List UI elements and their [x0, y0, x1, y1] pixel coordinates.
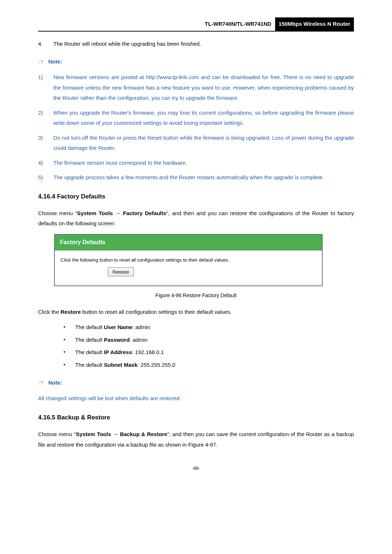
step-item: 4. The Router will reboot while the upgr…	[38, 39, 354, 49]
bullet-icon: •	[64, 335, 75, 345]
list-item: • The default IP Address: 192.168.0.1	[64, 347, 354, 358]
bullet-icon: •	[64, 360, 75, 370]
text: The default	[75, 362, 104, 368]
menu-path-part: System Tools	[76, 431, 111, 437]
note-text: All changed settings will be lost when d…	[38, 393, 354, 404]
text: button to reset all configuration settin…	[81, 309, 232, 315]
text: The default	[75, 349, 104, 355]
bullet-icon: •	[64, 322, 75, 333]
figure-description: Click the following button to reset all …	[61, 257, 316, 264]
menu-path-part: System Tools	[77, 210, 113, 216]
keyword: Restore	[61, 309, 81, 315]
note-marker: 3)	[38, 133, 53, 153]
keyword: Subnet Mask	[104, 362, 138, 368]
header-model: TL-WR740N/TL-WR741ND	[184, 17, 275, 31]
step-marker: 4.	[38, 39, 53, 49]
arrow-icon: →	[113, 210, 123, 216]
note-label: Note:	[48, 378, 62, 388]
keyword: IP Address	[104, 349, 132, 355]
list-text: The default Password: admin	[75, 335, 147, 345]
section-heading-backup-restore: 4.16.5 Backup & Restore	[38, 412, 354, 423]
note-item: 3) Do not turn off the Router or press t…	[38, 133, 354, 153]
restore-button[interactable]: Restore	[108, 267, 134, 277]
list-text: The default IP Address: 192.168.0.1	[75, 347, 164, 358]
note-text: Do not turn off the Router or press the …	[53, 133, 354, 153]
text: Click the	[38, 309, 61, 315]
note-item: 4) The firmware version must correspond …	[38, 158, 354, 168]
list-item: • The default Password: admin	[64, 335, 354, 345]
menu-path-part: Backup & Restore	[120, 431, 167, 437]
arrow-icon: →	[111, 431, 120, 437]
note-text: The upgrade process takes a few moments …	[53, 172, 354, 183]
text: Choose menu "	[38, 431, 76, 437]
section-lead-paragraph: Choose menu "System Tools → Factory Defa…	[38, 208, 354, 229]
text: The default	[75, 324, 104, 330]
note-item: 2) When you upgrade the Router's firmwar…	[38, 108, 354, 128]
note-item: 5) The upgrade process takes a few momen…	[38, 172, 354, 183]
text: : 192.168.0.1	[132, 349, 164, 355]
menu-path-part: Factory Defaults	[123, 210, 167, 216]
note-heading: ☞ Note:	[38, 55, 354, 69]
header-title: 150Mbps Wireless N Router	[275, 17, 354, 31]
note-marker: 5)	[38, 172, 53, 183]
section-lead-paragraph: Choose menu "System Tools → Backup & Res…	[38, 429, 354, 450]
text: The default	[75, 337, 104, 343]
note-marker: 2)	[38, 108, 53, 128]
figure-titlebar: Factory Defaults	[55, 235, 322, 250]
keyword: Password	[104, 337, 130, 343]
page-number: -88-	[38, 464, 354, 473]
note-label: Note:	[48, 57, 62, 67]
text: Choose menu "	[38, 210, 77, 216]
note-text: The firmware version must correspond to …	[53, 158, 354, 168]
section-heading-factory-defaults: 4.16.4 Factory Defaults	[38, 191, 354, 202]
text: : admin	[132, 324, 150, 330]
bullet-icon: •	[64, 347, 75, 358]
text: : admin	[130, 337, 147, 343]
page-header: TL-WR740N/TL-WR741ND 150Mbps Wireless N …	[38, 17, 354, 32]
pointing-hand-icon: ☞	[38, 55, 45, 69]
figure-divider	[55, 284, 322, 286]
list-text: The default Subnet Mask: 255.255.255.0	[75, 360, 175, 370]
figure-caption: Figure 4-96 Restore Factory Default	[38, 291, 354, 300]
figure-body: Click the following button to reset all …	[55, 251, 322, 284]
list-item: • The default User Name: admin	[64, 322, 354, 333]
step-text: The Router will reboot while the upgradi…	[53, 39, 354, 49]
paragraph: Click the Restore button to reset all co…	[38, 307, 354, 317]
list-text: The default User Name: admin	[75, 322, 150, 333]
pointing-hand-icon: ☞	[38, 376, 45, 390]
note-heading: ☞ Note:	[38, 376, 354, 390]
list-item: • The default Subnet Mask: 255.255.255.0	[64, 360, 354, 370]
note-text: When you upgrade the Router's firmware, …	[53, 108, 354, 128]
note-item: 1) New firmware versions are posted at h…	[38, 72, 354, 103]
figure-factory-defaults: Factory Defaults Click the following but…	[54, 234, 323, 286]
keyword: User Name	[104, 324, 132, 330]
note-text: New firmware versions are posted at http…	[53, 72, 354, 103]
note-marker: 4)	[38, 158, 53, 168]
note-list: 1) New firmware versions are posted at h…	[38, 72, 354, 183]
text: : 255.255.255.0	[138, 362, 175, 368]
defaults-list: • The default User Name: admin • The def…	[64, 322, 354, 370]
note-marker: 1)	[38, 72, 53, 103]
